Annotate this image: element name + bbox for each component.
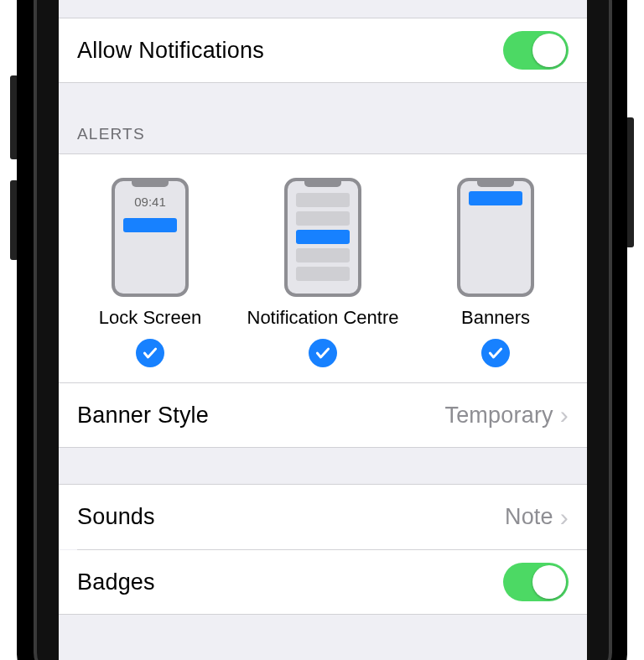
badges-row[interactable]: Badges <box>59 550 587 615</box>
alert-option-lock-screen[interactable]: 09:41 Lock Screen <box>64 178 236 367</box>
checkmark-icon <box>136 339 164 367</box>
chevron-right-icon: › <box>560 403 569 428</box>
switch-knob <box>532 34 566 67</box>
notification-centre-preview-icon <box>284 178 361 297</box>
switch-knob <box>532 565 566 599</box>
banner-style-value: Temporary <box>444 403 553 429</box>
badges-switch[interactable] <box>503 563 569 601</box>
banner-style-label: Banner Style <box>77 403 209 429</box>
section-spacer-top <box>59 0 587 18</box>
frame-outer: Allow Notifications ALERTS 09:41 Lock Sc… <box>0 0 644 660</box>
checkmark-icon <box>309 339 337 367</box>
alert-label: Lock Screen <box>99 307 201 329</box>
alerts-panel: 09:41 Lock Screen <box>59 154 587 383</box>
alerts-section-header: ALERTS <box>59 83 587 154</box>
banner-style-row[interactable]: Banner Style Temporary › <box>59 383 587 448</box>
alerts-row: 09:41 Lock Screen <box>59 178 587 367</box>
allow-notifications-label: Allow Notifications <box>77 38 264 64</box>
lock-screen-preview-icon: 09:41 <box>112 178 189 297</box>
alert-option-notification-centre[interactable]: Notification Centre <box>236 178 409 367</box>
section-spacer <box>59 448 587 485</box>
sounds-value-wrap: Note › <box>505 504 569 530</box>
sounds-label: Sounds <box>77 504 155 530</box>
banner-style-value-wrap: Temporary › <box>444 403 569 429</box>
alert-option-banners[interactable]: Banners <box>409 178 582 367</box>
preview-time: 09:41 <box>115 195 185 209</box>
section-spacer-bottom <box>59 615 587 660</box>
alert-label: Banners <box>461 307 530 329</box>
settings-screen: Allow Notifications ALERTS 09:41 Lock Sc… <box>59 0 587 660</box>
allow-notifications-switch[interactable] <box>503 31 569 70</box>
checkmark-icon <box>481 339 510 367</box>
sounds-value: Note <box>505 504 553 530</box>
badges-label: Badges <box>77 569 155 595</box>
chevron-right-icon: › <box>560 505 569 530</box>
sounds-row[interactable]: Sounds Note › <box>59 485 587 549</box>
allow-notifications-row[interactable]: Allow Notifications <box>59 18 587 83</box>
alert-label: Notification Centre <box>247 307 399 329</box>
banners-preview-icon <box>457 178 534 297</box>
